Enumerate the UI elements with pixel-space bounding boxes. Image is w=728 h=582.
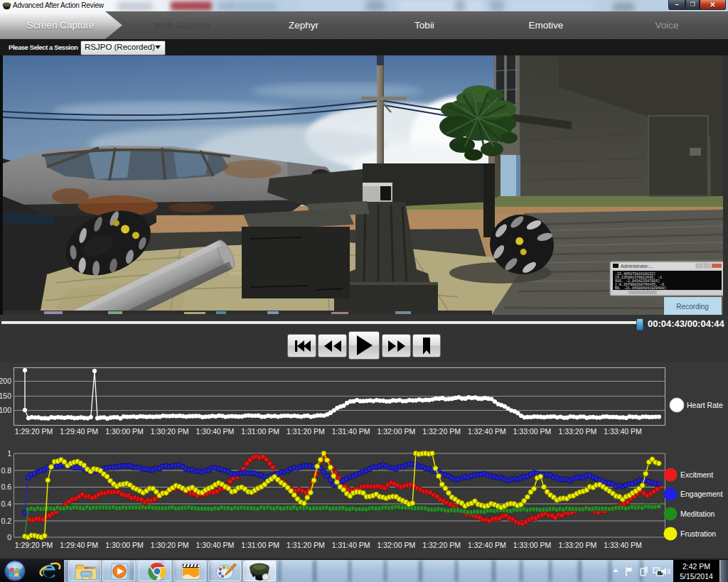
svg-text:1:32:00 PM: 1:32:00 PM bbox=[377, 427, 415, 436]
svg-text:1:32:20 PM: 1:32:20 PM bbox=[422, 427, 461, 436]
svg-text:1:29:40 PM: 1:29:40 PM bbox=[60, 427, 98, 436]
svg-text:0.6: 0.6 bbox=[1, 483, 11, 491]
svg-text:0: 0 bbox=[7, 533, 11, 541]
svg-text:1:31:40 PM: 1:31:40 PM bbox=[332, 541, 370, 549]
svg-text:100: 100 bbox=[0, 406, 11, 414]
svg-text:1:29:40 PM: 1:29:40 PM bbox=[60, 541, 98, 549]
svg-text:Administrator:...: Administrator:... bbox=[621, 264, 653, 269]
svg-text:0.4: 0.4 bbox=[1, 500, 11, 508]
svg-text:Excitment: Excitment bbox=[680, 470, 713, 479]
svg-text:1:31:40 PM: 1:31:40 PM bbox=[332, 427, 370, 436]
svg-text:150: 150 bbox=[0, 392, 11, 400]
svg-text:1:32:20 PM: 1:32:20 PM bbox=[422, 541, 461, 549]
svg-text:Meditation: Meditation bbox=[680, 510, 715, 518]
svg-text:1:31:20 PM: 1:31:20 PM bbox=[287, 427, 325, 436]
svg-text:Recording: Recording bbox=[676, 303, 709, 311]
svg-text:Frustration: Frustration bbox=[680, 529, 716, 538]
svg-text:1:32:00 PM: 1:32:00 PM bbox=[377, 541, 415, 549]
svg-text:0.8: 0.8 bbox=[1, 466, 11, 475]
svg-text:1:30:20 PM: 1:30:20 PM bbox=[151, 427, 189, 436]
svg-text:1:30:00 PM: 1:30:00 PM bbox=[105, 427, 144, 436]
svg-text:1:31:00 PM: 1:31:00 PM bbox=[241, 427, 279, 436]
svg-text:1:33:40 PM: 1:33:40 PM bbox=[604, 541, 642, 549]
svg-text:1:33:40 PM: 1:33:40 PM bbox=[604, 427, 642, 436]
svg-text:0.2: 0.2 bbox=[1, 517, 11, 525]
svg-text:1:32:40 PM: 1:32:40 PM bbox=[468, 427, 506, 436]
svg-text:1:30:40 PM: 1:30:40 PM bbox=[196, 427, 235, 436]
svg-text:1: 1 bbox=[7, 449, 11, 458]
svg-text:1:31:00 PM: 1:31:00 PM bbox=[241, 541, 279, 549]
svg-text:Engagement: Engagement bbox=[680, 490, 723, 498]
svg-text:1:33:00 PM: 1:33:00 PM bbox=[513, 541, 552, 549]
svg-text:1:33:00 PM: 1:33:00 PM bbox=[513, 427, 552, 436]
svg-text:1:30:20 PM: 1:30:20 PM bbox=[151, 541, 189, 549]
svg-text:1:33:20 PM: 1:33:20 PM bbox=[558, 427, 596, 436]
svg-text:N9. -21.050006841929408]: N9. -21.050006841929408] bbox=[615, 286, 666, 291]
svg-text:1:30:00 PM: 1:30:00 PM bbox=[105, 541, 144, 549]
svg-text:1:29:20 PM: 1:29:20 PM bbox=[15, 541, 53, 549]
svg-text:1:32:40 PM: 1:32:40 PM bbox=[468, 541, 506, 549]
svg-text:Heart Rate: Heart Rate bbox=[687, 401, 723, 409]
svg-text:200: 200 bbox=[0, 377, 11, 385]
svg-text:1:30:40 PM: 1:30:40 PM bbox=[196, 541, 235, 549]
svg-text:1:29:20 PM: 1:29:20 PM bbox=[15, 427, 53, 436]
svg-text:1:31:20 PM: 1:31:20 PM bbox=[287, 541, 325, 549]
svg-text:1:33:20 PM: 1:33:20 PM bbox=[558, 541, 596, 549]
